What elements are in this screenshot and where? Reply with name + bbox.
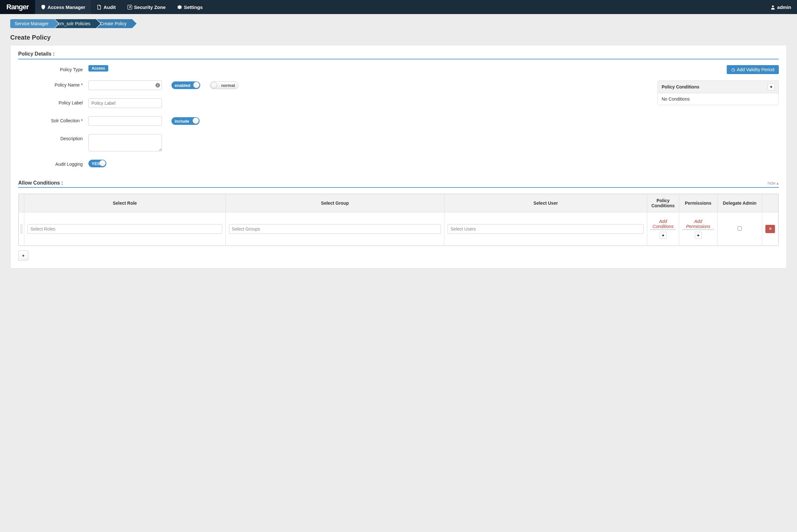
svg-point-1 [772,5,774,7]
info-icon[interactable]: i [155,83,160,88]
nav-label: Security Zone [134,4,166,10]
select-users-input[interactable]: Select Users [448,224,644,234]
label-solr-collection: Solr Collection * [18,116,89,123]
page-title: Create Policy [0,28,797,45]
chevron-up-icon: ▴ [777,181,779,186]
label-policy-label: Policy Label [18,98,89,106]
nav-access-manager[interactable]: Access Manager [35,0,91,14]
nav-label: Settings [184,4,203,10]
delegate-admin-checkbox[interactable] [738,226,742,231]
nav-audit[interactable]: Audit [91,0,121,14]
shield-icon [41,5,46,10]
section-title-policy-details: Policy Details : [18,51,779,59]
solr-collection-input[interactable] [89,116,162,126]
policy-conditions-body: No Conditions [658,93,778,105]
col-select-group: Select Group [225,194,444,212]
nav-security-zone[interactable]: Security Zone [122,0,171,14]
add-conditions-link[interactable]: Add Conditions [650,219,676,230]
top-navbar: Ranger Access Manager Audit Security Zon… [0,0,797,14]
nav-settings[interactable]: Settings [171,0,209,14]
user-icon [771,5,775,10]
user-menu[interactable]: admin [765,0,797,14]
brand-logo[interactable]: Ranger [0,0,35,14]
add-validity-period-button[interactable]: ◷ Add Validity Period [727,65,779,74]
hide-toggle[interactable]: hide ▴ [767,181,779,186]
label-policy-type: Policy Type [18,65,89,72]
include-toggle[interactable]: include [171,117,200,125]
breadcrumb-item[interactable]: Service Manager [10,19,54,28]
drag-handle-icon[interactable] [20,224,23,234]
clock-icon: ◷ [731,67,735,72]
label-policy-name: Policy Name * [18,80,89,88]
policy-conditions-title: Policy Conditions [662,84,699,90]
policy-type-badge: Access [89,65,108,72]
breadcrumb: Service Manager cm_solr Policies Create … [10,19,787,28]
add-row-button[interactable]: + [18,250,29,261]
add-permissions-button[interactable]: + [695,232,702,239]
col-permissions: Permissions [679,194,718,212]
col-select-user: Select User [444,194,647,212]
add-permissions-link[interactable]: Add Permissions [682,219,714,230]
label-description: Description [18,134,89,141]
section-title-allow-conditions: Allow Conditions : [18,180,63,186]
delete-row-button[interactable]: ✕ [765,225,775,233]
permission-row: Select Roles Select Groups Select Users … [19,212,778,246]
label-audit-logging: Audit Logging [18,160,89,167]
nav-label: Audit [103,4,116,10]
col-policy-conditions: Policy Conditions [647,194,679,212]
audit-toggle[interactable]: YES [89,160,106,167]
add-condition-button[interactable]: + [767,83,775,90]
nav-label: Access Manager [48,4,85,10]
user-label: admin [777,4,791,10]
add-conditions-button[interactable]: + [660,232,667,239]
policy-conditions-panel: Policy Conditions + No Conditions [658,80,779,105]
file-icon [97,5,101,10]
description-input[interactable] [89,134,162,151]
enabled-toggle[interactable]: enabled [171,81,200,89]
select-roles-input[interactable]: Select Roles [27,224,222,234]
close-icon: ✕ [768,226,772,231]
gear-icon [177,5,182,10]
override-toggle[interactable]: normal [210,81,239,89]
col-delegate-admin: Delegate Admin [718,194,762,212]
policy-name-input[interactable] [89,80,162,90]
policy-label-input[interactable] [89,98,162,108]
bolt-icon [128,5,132,10]
select-groups-input[interactable]: Select Groups [229,224,441,234]
col-select-role: Select Role [24,194,226,212]
